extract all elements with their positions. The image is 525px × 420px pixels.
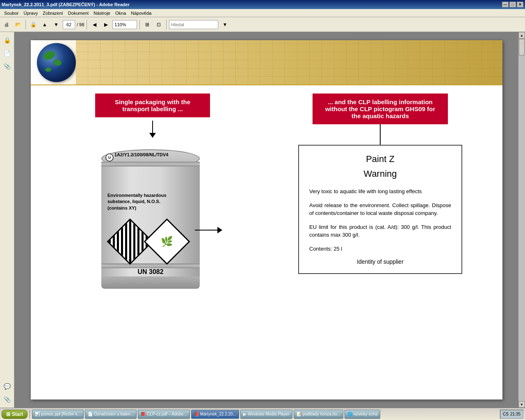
menu-bar: Soubor Úpravy Zobrazení Dokument Nástroj… bbox=[0, 9, 525, 17]
arrow-down bbox=[149, 121, 156, 138]
bookmark-icon[interactable]: 📄 bbox=[2, 48, 12, 58]
close-button[interactable]: ✕ bbox=[517, 2, 523, 7]
menu-soubor[interactable]: Soubor bbox=[2, 10, 21, 16]
menu-okna[interactable]: Okna bbox=[113, 10, 128, 16]
main-container: 🔒 📄 📎 💬 📎 bbox=[0, 32, 525, 408]
drum-hazard-text: Environmentally hazardoussubstance, liqu… bbox=[107, 192, 167, 211]
nav-prev-button[interactable]: ▲ bbox=[40, 19, 50, 30]
pdf-content: Single packaging with the transport labe… bbox=[31, 85, 502, 305]
back-button[interactable]: 🔒 bbox=[28, 19, 38, 30]
fit-page-button[interactable]: ⊞ bbox=[142, 19, 152, 30]
left-column: Single packaging with the transport labe… bbox=[47, 94, 258, 297]
maximize-button[interactable]: □ bbox=[509, 2, 516, 7]
separator-2 bbox=[87, 20, 87, 30]
menu-nastroje[interactable]: Nástroje bbox=[91, 10, 113, 16]
vertical-line bbox=[380, 124, 381, 145]
pdf-viewer[interactable]: Single packaging with the transport labe… bbox=[14, 32, 518, 408]
page-total-label: / 98 bbox=[77, 22, 84, 27]
label-line1: Very toxic to aquatic life with long las… bbox=[309, 187, 451, 196]
scroll-track[interactable] bbox=[518, 39, 525, 401]
title-bar: Martynek_22.2.2011_3.pdf (ZABEZPEČENÝ) -… bbox=[0, 0, 525, 9]
vertical-scrollbar[interactable]: ▲ ▼ bbox=[518, 32, 525, 408]
label-warning-text: Warning bbox=[309, 169, 451, 179]
left-caption-text: Single packaging with the transport labe… bbox=[115, 98, 190, 112]
left-sidebar: 🔒 📄 📎 💬 📎 bbox=[0, 32, 14, 408]
arrow-right-line bbox=[195, 230, 217, 231]
arrow-line bbox=[152, 121, 153, 133]
nav-next-button[interactable]: ▼ bbox=[51, 19, 61, 30]
taskbar-right: CS 21:35 bbox=[500, 410, 523, 419]
clip-icon[interactable]: 📎 bbox=[2, 395, 12, 404]
pdf-header-banner bbox=[31, 40, 502, 85]
label-line2: Avoid release to the environment. Collec… bbox=[309, 201, 451, 217]
menu-zobrazeni[interactable]: Zobrazení bbox=[40, 10, 66, 16]
right-column: ... and the CLP labelling information wi… bbox=[275, 94, 486, 274]
lock-icon[interactable]: 🔒 bbox=[2, 35, 12, 45]
taskbar-item-7[interactable]: 🌐 novinky echa bbox=[345, 410, 380, 419]
drum-ring-bottom bbox=[101, 263, 200, 268]
label-line3: EU limit for this product is (cat. A/d):… bbox=[309, 223, 451, 239]
label-line4: Contents: 25 l bbox=[309, 245, 451, 253]
label-box: Paint Z Warning Very toxic to aquatic li… bbox=[298, 145, 462, 274]
drum-bottom-rim bbox=[101, 276, 200, 289]
start-icon: ⊞ bbox=[6, 411, 10, 417]
drum-code-label: 1A2/Y1.2/100/08/NL/TDV4 bbox=[114, 152, 168, 157]
minimize-button[interactable]: — bbox=[502, 2, 509, 7]
label-product-name: Paint Z bbox=[309, 154, 451, 164]
scroll-thumb[interactable] bbox=[519, 39, 525, 55]
right-caption-text: ... and the CLP labelling information wi… bbox=[325, 98, 435, 119]
diamond-container: ⚠ 🌿 bbox=[114, 225, 183, 258]
taskbar-separator bbox=[30, 410, 30, 418]
map-banner bbox=[76, 40, 502, 84]
window-title: Martynek_22.2.2011_3.pdf (ZABEZPEČENÝ) -… bbox=[2, 2, 130, 7]
taskbar-item-6[interactable]: 📝 podklady honza.do... bbox=[294, 410, 343, 419]
search-input[interactable] bbox=[169, 20, 218, 29]
arrow-right-container bbox=[195, 227, 222, 233]
drum-u-mark: U bbox=[105, 153, 114, 162]
menu-upravy[interactable]: Úpravy bbox=[21, 10, 40, 16]
taskbar: ⊞ Start 📊 pomoc.ppt [Režim k... 📄 Označo… bbox=[0, 408, 525, 420]
arrow-right-head bbox=[217, 227, 222, 233]
taskbar-item-3[interactable]: 📕 CLP-cz.pdf – Adobe... bbox=[138, 410, 189, 419]
drum-container: U 1A2/Y1.2/100/08/NL/TDV4 bbox=[93, 141, 212, 297]
hazmat-diamond-striped: ⚠ bbox=[114, 225, 146, 258]
pdf-page: Single packaging with the transport labe… bbox=[31, 40, 502, 399]
fit-width-button[interactable]: ⊡ bbox=[154, 19, 164, 30]
drum-body: Environmentally hazardoussubstance, liqu… bbox=[101, 162, 200, 281]
drum-shape: U 1A2/Y1.2/100/08/NL/TDV4 bbox=[101, 149, 200, 289]
taskbar-item-2[interactable]: 📄 Označování a balen... bbox=[85, 410, 137, 419]
comment-icon[interactable]: 💬 bbox=[2, 381, 12, 391]
label-supplier: Identity of supplier bbox=[309, 258, 451, 265]
page-current-input[interactable] bbox=[63, 20, 75, 29]
print-button[interactable]: 🖨 bbox=[2, 19, 11, 30]
clock: 21:35 bbox=[510, 412, 520, 416]
zoom-in-button[interactable]: ▶ bbox=[101, 19, 111, 30]
taskbar-item-5[interactable]: ▶ Windows Media Player bbox=[240, 410, 292, 419]
taskbar-item-1[interactable]: 📊 pomoc.ppt [Režim k... bbox=[32, 410, 84, 419]
scroll-down-button[interactable]: ▼ bbox=[518, 401, 525, 408]
separator-4 bbox=[166, 20, 167, 30]
zoom-out-button[interactable]: ◀ bbox=[89, 19, 99, 30]
scroll-up-button[interactable]: ▲ bbox=[518, 32, 525, 39]
menu-napoveda[interactable]: Nápověda bbox=[128, 10, 154, 16]
window-controls: — □ ✕ bbox=[502, 2, 523, 7]
drum-ring-top bbox=[101, 162, 200, 167]
arrow-head bbox=[149, 133, 156, 138]
un-number: UN 3082 bbox=[137, 268, 163, 276]
toolbar: 🖨 📂 🔒 ▲ ▼ / 98 ◀ ▶ ⊞ ⊡ ▼ bbox=[0, 17, 525, 32]
system-tray: CS 21:35 bbox=[500, 410, 523, 419]
globe-image bbox=[37, 43, 76, 82]
lang-indicator: CS bbox=[503, 412, 509, 416]
separator-1 bbox=[25, 20, 26, 30]
two-column-layout: Single packaging with the transport labe… bbox=[47, 94, 486, 297]
right-caption-box: ... and the CLP labelling information wi… bbox=[313, 94, 448, 124]
separator-3 bbox=[139, 20, 140, 30]
taskbar-item-4[interactable]: 📕 Martynek_22.2.20... bbox=[191, 410, 239, 419]
menu-dokument[interactable]: Dokument bbox=[66, 10, 91, 16]
search-dropdown-button[interactable]: ▼ bbox=[220, 19, 230, 30]
zoom-input[interactable] bbox=[112, 20, 137, 29]
start-button[interactable]: ⊞ Start bbox=[2, 410, 27, 419]
hazmat-diamond-environmental: 🌿 bbox=[151, 225, 183, 258]
attachment-icon[interactable]: 📎 bbox=[2, 62, 12, 71]
open-button[interactable]: 📂 bbox=[13, 19, 23, 30]
